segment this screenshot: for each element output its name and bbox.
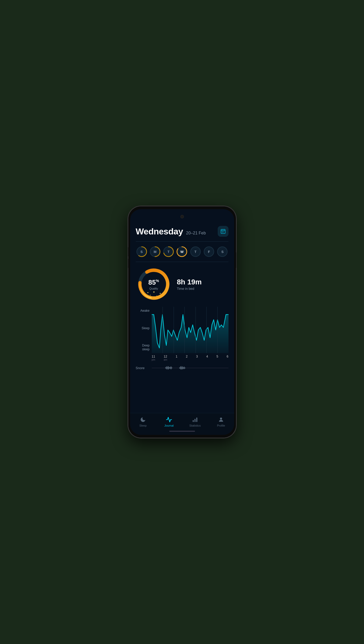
time-label-0: 11pm	[152, 355, 155, 361]
nav-label-statistics: Statistics	[189, 424, 201, 427]
time-main-7: 6	[227, 355, 228, 358]
day-item-sun[interactable]: S	[136, 246, 148, 258]
snore-track	[152, 365, 228, 371]
day-label-fri: F	[208, 250, 210, 254]
chart-wrapper: Awake Sleep Deepsleep	[136, 307, 228, 353]
calendar-button[interactable]	[218, 226, 228, 237]
time-label: Time in bed	[177, 287, 202, 291]
day-label-sun: S	[140, 250, 143, 254]
day-item-sat[interactable]: S	[216, 246, 228, 258]
divider-2	[136, 262, 228, 262]
nav-label-sleep: Sleep	[139, 424, 147, 427]
snore-row: Snore	[136, 365, 228, 371]
svg-rect-0	[221, 230, 225, 234]
day-label-mon: M	[154, 250, 156, 254]
grid-line-6	[217, 307, 218, 353]
calendar-icon	[220, 228, 226, 234]
divider-1	[136, 241, 228, 242]
ring-percent: 85%	[148, 278, 159, 286]
day-item-fri[interactable]: F	[203, 246, 215, 258]
time-label-5: 4	[206, 355, 208, 361]
time-label-2: 1	[176, 355, 177, 361]
ring-center: 85% Quality	[148, 278, 159, 290]
svg-rect-4	[222, 232, 223, 232]
sleep-chart-svg	[152, 307, 228, 353]
time-row: 11pm12am123456	[136, 355, 228, 361]
power-button	[236, 252, 236, 268]
time-main-2: 1	[176, 355, 177, 358]
nav-item-sleep[interactable]: Sleep	[130, 416, 156, 427]
bottom-nav: SleepJournalStatisticsProfile	[130, 413, 234, 429]
time-label-1: 12am	[164, 355, 167, 361]
svg-rect-5	[223, 232, 224, 232]
svg-rect-20	[193, 420, 194, 422]
day-item-wed[interactable]: W	[176, 246, 188, 258]
svg-point-23	[220, 418, 222, 420]
vol-down-button	[128, 259, 128, 268]
nav-item-profile[interactable]: Profile	[208, 416, 234, 427]
time-label-4: 3	[196, 355, 198, 361]
date-subtitle: 20–21 Feb	[186, 231, 206, 235]
time-main-3: 2	[186, 355, 188, 358]
grid-line-3	[184, 307, 185, 353]
nav-icon-profile	[218, 416, 224, 423]
nav-item-statistics[interactable]: Statistics	[182, 416, 208, 427]
time-label-3: 2	[186, 355, 188, 361]
time-labels: 11pm12am123456	[152, 355, 228, 361]
header-left: Wednesday 20–21 Feb	[136, 226, 206, 236]
day-label-thu: T	[194, 250, 197, 254]
time-main-1: 12	[164, 355, 167, 358]
y-label-sleep: Sleep	[136, 326, 152, 330]
nav-icon-statistics	[192, 416, 198, 423]
chart-area	[152, 307, 228, 353]
snore-baseline	[152, 368, 228, 368]
sparkle-container	[145, 291, 163, 299]
nav-icon-journal	[166, 416, 172, 423]
nav-icon-sleep	[140, 416, 146, 423]
nav-item-journal[interactable]: Journal	[156, 416, 182, 427]
grid-line-1	[163, 307, 163, 353]
y-labels: Awake Sleep Deepsleep	[136, 307, 152, 353]
quality-section: 85% Quality 8h 19m Time in bed	[136, 266, 228, 302]
time-main-6: 5	[216, 355, 218, 358]
time-value: 8h 19m	[177, 278, 202, 286]
phone-screen: Wednesday 20–21 Feb SMTWTFS	[130, 209, 234, 435]
quality-ring: 85% Quality	[136, 266, 172, 302]
grid-line-5	[206, 307, 207, 353]
y-label-deep: Deepsleep	[136, 344, 152, 351]
vol-up-button	[128, 247, 128, 256]
day-title: Wednesday	[136, 226, 183, 236]
day-label-wed: W	[180, 250, 183, 254]
time-sub-0: pm	[152, 358, 155, 361]
time-label-6: 5	[216, 355, 218, 361]
day-item-tue[interactable]: T	[163, 246, 174, 258]
grid-line-4	[196, 307, 196, 353]
snore-label: Snore	[136, 366, 152, 370]
home-indicator	[130, 429, 234, 435]
time-sub-1: am	[164, 358, 167, 361]
y-label-awake: Awake	[136, 309, 152, 312]
nav-label-profile: Profile	[217, 424, 225, 427]
day-label-tue: T	[167, 250, 170, 254]
phone-frame: Wednesday 20–21 Feb SMTWTFS	[128, 206, 236, 438]
quality-info: 8h 19m Time in bed	[177, 278, 202, 291]
grid-line-2	[174, 307, 174, 353]
ring-quality-label: Quality	[148, 287, 159, 290]
main-content: Wednesday 20–21 Feb SMTWTFS	[130, 209, 234, 413]
nav-label-journal: Journal	[164, 424, 174, 427]
time-main-5: 4	[206, 355, 208, 358]
header: Wednesday 20–21 Feb	[136, 226, 228, 237]
snore-blip-1	[165, 366, 172, 370]
day-selector: SMTWTFS	[136, 246, 228, 258]
svg-rect-21	[194, 419, 196, 422]
day-label-sat: S	[221, 250, 224, 254]
time-main-0: 11	[152, 355, 155, 358]
time-main-4: 3	[196, 355, 198, 358]
day-item-mon[interactable]: M	[149, 246, 161, 258]
sleep-chart-section: Awake Sleep Deepsleep	[136, 307, 228, 361]
camera-notch	[180, 215, 184, 218]
snore-blip-2	[179, 366, 185, 370]
time-label-7: 6	[227, 355, 228, 361]
day-item-thu[interactable]: T	[190, 246, 201, 258]
home-bar	[169, 431, 195, 432]
